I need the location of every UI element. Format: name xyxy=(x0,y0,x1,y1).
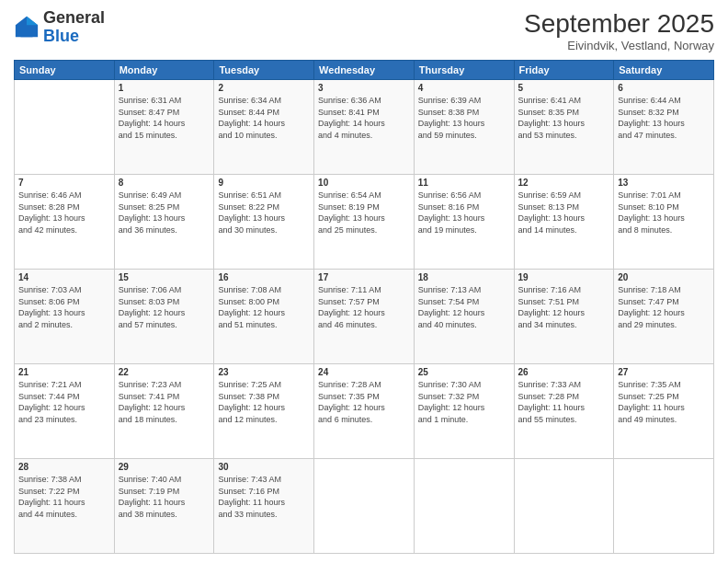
title-block: September 2025 Eivindvik, Vestland, Norw… xyxy=(524,9,714,52)
calendar-cell: 30Sunrise: 7:43 AM Sunset: 7:16 PM Dayli… xyxy=(214,459,314,554)
day-number: 7 xyxy=(18,178,110,188)
day-number: 10 xyxy=(318,178,410,188)
day-number: 24 xyxy=(318,367,410,377)
day-number: 20 xyxy=(618,272,710,282)
calendar-cell: 29Sunrise: 7:40 AM Sunset: 7:19 PM Dayli… xyxy=(114,459,214,554)
header-tuesday: Tuesday xyxy=(214,61,314,80)
day-number: 17 xyxy=(318,272,410,282)
day-info: Sunrise: 7:06 AM Sunset: 8:03 PM Dayligh… xyxy=(119,284,210,330)
day-info: Sunrise: 7:01 AM Sunset: 8:10 PM Dayligh… xyxy=(618,190,710,236)
svg-marker-1 xyxy=(27,17,38,25)
calendar-cell: 25Sunrise: 7:30 AM Sunset: 7:32 PM Dayli… xyxy=(414,364,514,459)
calendar-cell: 18Sunrise: 7:13 AM Sunset: 7:54 PM Dayli… xyxy=(414,270,514,364)
calendar-cell: 14Sunrise: 7:03 AM Sunset: 8:06 PM Dayli… xyxy=(15,270,115,364)
day-info: Sunrise: 6:39 AM Sunset: 8:38 PM Dayligh… xyxy=(418,95,510,141)
header-saturday: Saturday xyxy=(614,61,714,80)
svg-rect-2 xyxy=(20,27,32,37)
calendar-cell xyxy=(15,80,115,175)
day-info: Sunrise: 7:40 AM Sunset: 7:19 PM Dayligh… xyxy=(119,474,210,520)
day-info: Sunrise: 7:28 AM Sunset: 7:35 PM Dayligh… xyxy=(318,379,410,425)
logo-blue-text: Blue xyxy=(43,27,79,45)
day-info: Sunrise: 7:38 AM Sunset: 7:22 PM Dayligh… xyxy=(18,474,110,520)
day-info: Sunrise: 7:30 AM Sunset: 7:32 PM Dayligh… xyxy=(418,379,510,425)
calendar-cell xyxy=(614,459,714,554)
logo-text: General Blue xyxy=(43,9,105,46)
calendar-cell: 19Sunrise: 7:16 AM Sunset: 7:51 PM Dayli… xyxy=(514,270,614,364)
day-number: 25 xyxy=(418,367,510,377)
header-thursday: Thursday xyxy=(414,61,514,80)
day-number: 22 xyxy=(119,367,210,377)
day-number: 5 xyxy=(518,83,610,93)
calendar-cell: 27Sunrise: 7:35 AM Sunset: 7:25 PM Dayli… xyxy=(614,364,714,459)
calendar-cell: 1Sunrise: 6:31 AM Sunset: 8:47 PM Daylig… xyxy=(114,80,214,175)
day-number: 9 xyxy=(218,178,310,188)
calendar-cell: 5Sunrise: 6:41 AM Sunset: 8:35 PM Daylig… xyxy=(514,80,614,175)
day-number: 8 xyxy=(119,178,210,188)
day-number: 11 xyxy=(418,178,510,188)
calendar-cell: 11Sunrise: 6:56 AM Sunset: 8:16 PM Dayli… xyxy=(414,175,514,270)
calendar-cell: 13Sunrise: 7:01 AM Sunset: 8:10 PM Dayli… xyxy=(614,175,714,270)
header-sunday: Sunday xyxy=(15,61,115,80)
calendar-week-4: 28Sunrise: 7:38 AM Sunset: 7:22 PM Dayli… xyxy=(15,459,714,554)
day-info: Sunrise: 7:23 AM Sunset: 7:41 PM Dayligh… xyxy=(119,379,210,425)
day-number: 12 xyxy=(518,178,610,188)
day-info: Sunrise: 6:56 AM Sunset: 8:16 PM Dayligh… xyxy=(418,190,510,236)
month-title: September 2025 xyxy=(524,9,714,39)
day-info: Sunrise: 6:41 AM Sunset: 8:35 PM Dayligh… xyxy=(518,95,610,141)
day-info: Sunrise: 6:44 AM Sunset: 8:32 PM Dayligh… xyxy=(618,95,710,141)
day-number: 6 xyxy=(618,83,710,93)
calendar-cell: 2Sunrise: 6:34 AM Sunset: 8:44 PM Daylig… xyxy=(214,80,314,175)
header: General Blue September 2025 Eivindvik, V… xyxy=(14,9,714,52)
day-number: 1 xyxy=(119,83,210,93)
calendar-cell xyxy=(314,459,415,554)
day-info: Sunrise: 7:43 AM Sunset: 7:16 PM Dayligh… xyxy=(218,474,310,520)
day-number: 30 xyxy=(218,462,310,472)
day-info: Sunrise: 7:03 AM Sunset: 8:06 PM Dayligh… xyxy=(18,284,110,330)
day-info: Sunrise: 6:46 AM Sunset: 8:28 PM Dayligh… xyxy=(18,190,110,236)
calendar-table: Sunday Monday Tuesday Wednesday Thursday… xyxy=(14,60,714,554)
day-info: Sunrise: 7:35 AM Sunset: 7:25 PM Dayligh… xyxy=(618,379,710,425)
calendar-cell: 15Sunrise: 7:06 AM Sunset: 8:03 PM Dayli… xyxy=(114,270,214,364)
day-info: Sunrise: 7:25 AM Sunset: 7:38 PM Dayligh… xyxy=(218,379,310,425)
calendar-cell: 4Sunrise: 6:39 AM Sunset: 8:38 PM Daylig… xyxy=(414,80,514,175)
day-info: Sunrise: 7:16 AM Sunset: 7:51 PM Dayligh… xyxy=(518,284,610,330)
day-info: Sunrise: 6:49 AM Sunset: 8:25 PM Dayligh… xyxy=(119,190,210,236)
header-friday: Friday xyxy=(514,61,614,80)
calendar-week-2: 14Sunrise: 7:03 AM Sunset: 8:06 PM Dayli… xyxy=(15,270,714,364)
calendar-cell xyxy=(514,459,614,554)
day-info: Sunrise: 7:11 AM Sunset: 7:57 PM Dayligh… xyxy=(318,284,410,330)
calendar-cell: 3Sunrise: 6:36 AM Sunset: 8:41 PM Daylig… xyxy=(314,80,415,175)
day-number: 29 xyxy=(119,462,210,472)
calendar-cell: 12Sunrise: 6:59 AM Sunset: 8:13 PM Dayli… xyxy=(514,175,614,270)
day-info: Sunrise: 6:31 AM Sunset: 8:47 PM Dayligh… xyxy=(119,95,210,141)
header-wednesday: Wednesday xyxy=(314,61,415,80)
calendar-cell: 21Sunrise: 7:21 AM Sunset: 7:44 PM Dayli… xyxy=(15,364,115,459)
day-number: 18 xyxy=(418,272,510,282)
logo-icon xyxy=(14,15,40,40)
calendar-cell: 20Sunrise: 7:18 AM Sunset: 7:47 PM Dayli… xyxy=(614,270,714,364)
day-number: 27 xyxy=(618,367,710,377)
calendar-cell: 17Sunrise: 7:11 AM Sunset: 7:57 PM Dayli… xyxy=(314,270,415,364)
calendar-cell: 9Sunrise: 6:51 AM Sunset: 8:22 PM Daylig… xyxy=(214,175,314,270)
calendar-cell: 26Sunrise: 7:33 AM Sunset: 7:28 PM Dayli… xyxy=(514,364,614,459)
calendar-week-0: 1Sunrise: 6:31 AM Sunset: 8:47 PM Daylig… xyxy=(15,80,714,175)
calendar-cell: 28Sunrise: 7:38 AM Sunset: 7:22 PM Dayli… xyxy=(15,459,115,554)
calendar-cell: 24Sunrise: 7:28 AM Sunset: 7:35 PM Dayli… xyxy=(314,364,415,459)
calendar-cell: 10Sunrise: 6:54 AM Sunset: 8:19 PM Dayli… xyxy=(314,175,415,270)
day-info: Sunrise: 6:34 AM Sunset: 8:44 PM Dayligh… xyxy=(218,95,310,141)
page: General Blue September 2025 Eivindvik, V… xyxy=(0,0,728,563)
calendar-week-3: 21Sunrise: 7:21 AM Sunset: 7:44 PM Dayli… xyxy=(15,364,714,459)
day-info: Sunrise: 7:13 AM Sunset: 7:54 PM Dayligh… xyxy=(418,284,510,330)
day-number: 28 xyxy=(18,462,110,472)
location: Eivindvik, Vestland, Norway xyxy=(524,39,714,52)
day-number: 3 xyxy=(318,83,410,93)
header-row: Sunday Monday Tuesday Wednesday Thursday… xyxy=(15,61,714,80)
calendar-cell: 22Sunrise: 7:23 AM Sunset: 7:41 PM Dayli… xyxy=(114,364,214,459)
calendar-week-1: 7Sunrise: 6:46 AM Sunset: 8:28 PM Daylig… xyxy=(15,175,714,270)
header-monday: Monday xyxy=(114,61,214,80)
calendar-cell: 23Sunrise: 7:25 AM Sunset: 7:38 PM Dayli… xyxy=(214,364,314,459)
day-number: 23 xyxy=(218,367,310,377)
day-number: 26 xyxy=(518,367,610,377)
day-number: 15 xyxy=(119,272,210,282)
day-number: 16 xyxy=(218,272,310,282)
